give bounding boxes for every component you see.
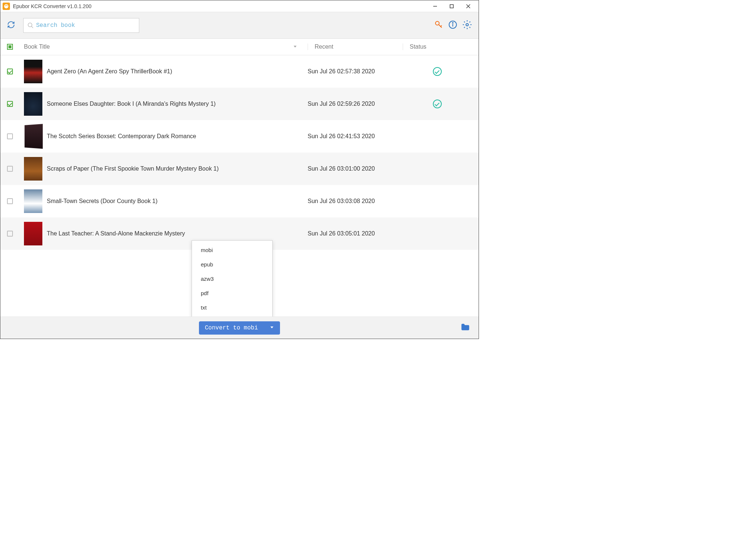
titlebar: Epubor KCR Converter v1.0.1.200 — [0, 0, 479, 12]
open-folder-button[interactable] — [460, 322, 470, 334]
svg-point-5 — [28, 23, 32, 27]
column-recent-label: Recent — [315, 43, 333, 50]
format-menu-item[interactable]: mobi — [192, 243, 272, 257]
format-menu-item[interactable]: azw3 — [192, 272, 272, 286]
svg-marker-12 — [294, 46, 297, 48]
book-status — [403, 67, 472, 76]
book-title: Small-Town Secrets (Door County Book 1) — [47, 198, 308, 205]
format-menu-item[interactable]: txt — [192, 300, 272, 315]
app-window: Epubor KCR Converter v1.0.1.200 — [0, 0, 479, 339]
convert-button-label: Convert to mobi — [205, 325, 258, 331]
toolbar — [0, 12, 479, 39]
book-title: The Scotch Series Boxset: Contemporary D… — [47, 133, 308, 140]
table-row[interactable]: Agent Zero (An Agent Zero Spy ThrillerBo… — [0, 55, 479, 88]
window-title: Epubor KCR Converter v1.0.1.200 — [13, 3, 427, 9]
svg-point-7 — [435, 21, 439, 25]
gear-icon[interactable] — [462, 20, 472, 31]
info-icon[interactable] — [448, 20, 457, 31]
svg-point-10 — [452, 22, 453, 23]
column-title-header[interactable]: Book Title — [20, 43, 308, 50]
table-row[interactable]: Someone Elses Daughter: Book I (A Mirand… — [0, 88, 479, 120]
svg-marker-13 — [270, 326, 273, 328]
table-row[interactable]: Small-Town Secrets (Door County Book 1) … — [0, 185, 479, 217]
maximize-button[interactable] — [443, 0, 460, 12]
table-row[interactable]: The Scotch Series Boxset: Contemporary D… — [0, 120, 479, 153]
bottom-bar: Convert to mobi — [0, 317, 479, 339]
column-title-label: Book Title — [24, 43, 50, 50]
search-input[interactable] — [36, 22, 135, 29]
book-recent: Sun Jul 26 02:57:38 2020 — [308, 68, 403, 75]
row-checkbox[interactable] — [7, 198, 13, 204]
app-logo-icon — [3, 3, 10, 10]
row-checkbox[interactable] — [7, 101, 13, 107]
row-checkbox[interactable] — [7, 69, 13, 74]
svg-rect-2 — [450, 4, 453, 8]
format-menu: mobiepubazw3pdftxt — [192, 240, 273, 317]
key-icon[interactable] — [434, 20, 443, 31]
refresh-button[interactable] — [7, 21, 15, 30]
row-checkbox[interactable] — [7, 166, 13, 172]
column-recent-header[interactable]: Recent — [308, 43, 403, 50]
svg-point-11 — [466, 23, 469, 26]
svg-point-0 — [4, 4, 8, 8]
book-recent: Sun Jul 26 03:05:01 2020 — [308, 230, 403, 237]
book-title: Scraps of Paper (The First Spookie Town … — [47, 165, 308, 172]
close-button[interactable] — [460, 0, 476, 12]
book-cover — [24, 60, 42, 83]
book-status — [403, 99, 472, 108]
book-title: Agent Zero (An Agent Zero Spy ThrillerBo… — [47, 68, 308, 75]
search-box[interactable] — [23, 18, 139, 33]
chevron-down-icon — [270, 325, 274, 331]
table-row[interactable]: Scraps of Paper (The First Spookie Town … — [0, 153, 479, 185]
column-status-label: Status — [410, 43, 426, 50]
format-menu-item[interactable]: epub — [192, 257, 272, 272]
book-recent: Sun Jul 26 03:01:00 2020 — [308, 165, 403, 172]
book-cover — [24, 189, 42, 213]
column-header: Book Title Recent Status — [0, 39, 479, 55]
sort-caret-icon — [293, 43, 308, 50]
row-checkbox[interactable] — [7, 133, 13, 139]
book-cover — [24, 222, 42, 245]
format-menu-item[interactable]: pdf — [192, 286, 272, 300]
book-title: Someone Elses Daughter: Book I (A Mirand… — [47, 101, 308, 107]
svg-line-6 — [31, 26, 33, 28]
column-status-header[interactable]: Status — [403, 43, 472, 50]
book-cover — [24, 92, 42, 116]
status-ok-icon — [433, 99, 442, 108]
book-cover — [24, 157, 42, 181]
book-recent: Sun Jul 26 02:59:26 2020 — [308, 101, 403, 107]
minimize-button[interactable] — [427, 0, 443, 12]
book-cover — [25, 124, 43, 149]
status-ok-icon — [433, 67, 442, 76]
search-icon — [27, 22, 34, 29]
book-recent: Sun Jul 26 02:41:53 2020 — [308, 133, 403, 140]
book-recent: Sun Jul 26 03:03:08 2020 — [308, 198, 403, 205]
book-title: The Last Teacher: A Stand-Alone Mackenzi… — [47, 230, 308, 237]
select-all-checkbox[interactable] — [7, 44, 13, 50]
convert-button[interactable]: Convert to mobi — [199, 321, 280, 335]
row-checkbox[interactable] — [7, 231, 13, 237]
